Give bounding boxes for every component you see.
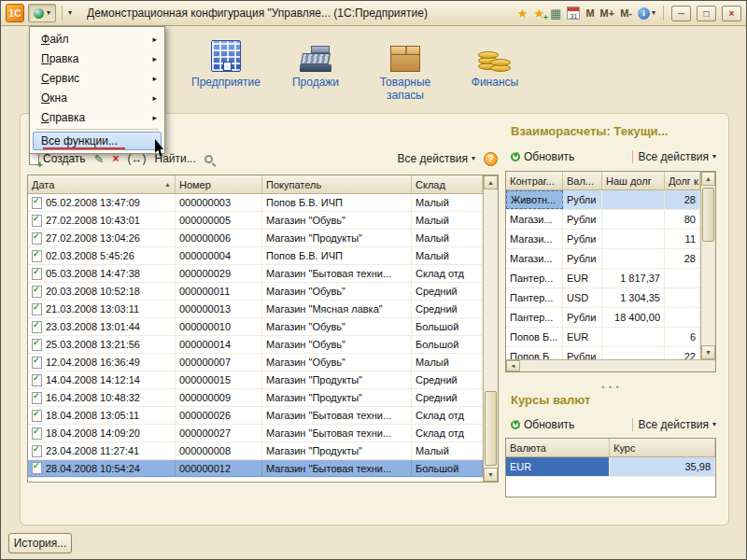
all-actions-button[interactable]: Все действия ▾ (639, 150, 716, 163)
cell-warehouse: Средний (412, 389, 483, 406)
scroll-down-button[interactable]: ▼ (484, 468, 498, 482)
shortcut-enterprise[interactable]: Предприятие (183, 35, 269, 103)
settlement-row[interactable]: Животн... Рубли 28 (506, 190, 700, 210)
settlement-row[interactable]: Попов Б... EUR 6 (506, 328, 700, 347)
document-row[interactable]: 28.04.2008 10:54:24 000000012 Магазин "Б… (28, 460, 483, 478)
document-row[interactable]: 14.04.2008 14:12:14 000000015 Магазин "П… (28, 371, 483, 389)
scroll-left-button[interactable]: ◄ (506, 360, 520, 371)
column-header-contractor[interactable]: Контраг... (506, 172, 563, 189)
shortcut-finance[interactable]: Финансы (452, 35, 538, 103)
add-favorite-icon[interactable]: ★ (533, 7, 544, 20)
clear-search-icon[interactable] (204, 155, 213, 163)
documents-table: Дата ▲ Номер Покупатель Склад 05.02.2008… (27, 175, 499, 483)
all-actions-label: Все действия (639, 150, 709, 163)
column-header-date[interactable]: Дата ▲ (28, 175, 176, 193)
history-button[interactable]: История... (8, 533, 72, 553)
refresh-button[interactable]: Обновить (511, 150, 574, 163)
document-row[interactable]: 02.03.2008 5:45:26 000000004 Попов Б.В. … (28, 247, 483, 265)
document-row[interactable]: 27.02.2008 13:04:26 000000006 Магазин "П… (28, 230, 483, 247)
scroll-down-button[interactable]: ▼ (701, 345, 715, 359)
settlement-row[interactable]: Пантер... Рубли 18 400,00 (506, 308, 700, 328)
settlement-row[interactable]: Магази... Рубли 28 (506, 249, 700, 269)
currency-row[interactable]: EUR 35,98 (506, 457, 715, 477)
scroll-thumb[interactable] (485, 391, 497, 466)
settlement-row[interactable]: Попов Б... Рубли 22 (506, 347, 700, 359)
document-row[interactable]: 05.03.2008 14:47:38 000000029 Магазин "Б… (28, 265, 483, 283)
shortcut-sales[interactable]: Продажи (273, 35, 359, 103)
column-header-currency[interactable]: Вал... (563, 172, 602, 189)
menu-item[interactable]: Правка ▸ (32, 49, 162, 68)
document-row[interactable]: 12.04.2008 16:36:49 000000007 Магазин "О… (28, 354, 483, 371)
maximize-button[interactable]: □ (697, 6, 716, 21)
splitter-grip[interactable] (505, 377, 716, 394)
memory-m-button[interactable]: M (585, 7, 594, 19)
memory-mplus-button[interactable]: M+ (600, 7, 615, 19)
column-header-debt-to[interactable]: Долг к... (665, 172, 700, 189)
currency-rates-title: Курсы валют (511, 393, 590, 407)
cell-date: 27.02.2008 10:43:01 (28, 212, 176, 229)
minimize-button[interactable]: ─ (671, 6, 691, 21)
column-header-warehouse[interactable]: Склад (412, 175, 483, 193)
refresh-button[interactable]: Обновить (511, 418, 574, 431)
memory-mminus-button[interactable]: M- (620, 7, 632, 19)
cell-date: 16.04.2008 10:48:32 (28, 389, 176, 406)
all-actions-button[interactable]: Все действия ▾ (639, 418, 716, 431)
all-actions-button[interactable]: Все действия ▾ (398, 152, 475, 165)
main-menu-button[interactable]: ▾ (28, 4, 56, 22)
refresh-icon (511, 152, 520, 161)
shortcut-inventory[interactable]: Товарные запасы (362, 35, 448, 103)
scroll-thumb[interactable] (702, 188, 714, 242)
document-row[interactable]: 23.03.2008 13:01:44 000000010 Магазин "О… (28, 318, 483, 336)
column-header-label: Дата (32, 179, 54, 190)
column-header-currency[interactable]: Валюта (506, 439, 610, 456)
settlement-row[interactable]: Магази... Рубли 11 (506, 230, 700, 249)
cell-date: 18.04.2008 13:05:11 (28, 407, 176, 424)
close-button[interactable]: × (722, 6, 741, 21)
document-row[interactable]: 05.02.2008 13:47:09 000000003 Попов Б.В.… (28, 194, 483, 212)
cell-contractor: Пантер... (506, 288, 563, 307)
menu-item[interactable]: Сервис ▸ (32, 68, 162, 88)
refresh-icon (511, 420, 520, 429)
column-header-buyer[interactable]: Покупатель (262, 175, 412, 193)
delete-icon[interactable]: × (113, 153, 120, 164)
cell-our-debt (602, 190, 665, 209)
shortcut-art (211, 35, 241, 72)
document-row[interactable]: 27.02.2008 10:43:01 000000005 Магазин "О… (28, 212, 483, 230)
scroll-up-button[interactable]: ▲ (484, 175, 498, 189)
calendar-icon[interactable]: 31 (567, 7, 580, 20)
settlement-row[interactable]: Магази... Рубли 80 (506, 210, 700, 230)
info-button[interactable]: i ▾ (638, 7, 655, 20)
table-grid-icon[interactable]: ▦ (550, 7, 561, 20)
help-icon[interactable]: ? (484, 152, 498, 166)
column-header-rate[interactable]: Курс (610, 439, 715, 456)
document-row[interactable]: 23.04.2008 11:27:41 000000008 Магазин "П… (28, 442, 483, 460)
column-header-our-debt[interactable]: Наш долг (602, 172, 665, 189)
cell-number: 000000029 (176, 265, 262, 282)
menu-item[interactable]: Файл ▸ (32, 29, 162, 49)
cell-warehouse: Малый (412, 194, 483, 211)
edit-pencil-icon[interactable]: ✎ (94, 153, 105, 165)
document-row[interactable]: 16.04.2008 10:48:32 000000009 Магазин "П… (28, 389, 483, 407)
create-button[interactable]: Создать (29, 152, 86, 165)
documents-table-header: Дата ▲ Номер Покупатель Склад (28, 175, 483, 194)
document-row[interactable]: 25.03.2008 13:21:56 000000014 Магазин "О… (28, 336, 483, 354)
favorites-star-icon[interactable]: ★ (517, 7, 529, 20)
cell-number: 000000005 (176, 212, 262, 229)
settlement-row[interactable]: Пантер... USD 1 304,35 (506, 288, 700, 308)
scroll-up-button[interactable]: ▲ (701, 172, 715, 186)
settlement-row[interactable]: Пантер... EUR 1 817,37 (506, 269, 700, 288)
document-posted-icon (32, 232, 42, 245)
cell-date: 05.03.2008 14:47:38 (28, 265, 176, 282)
document-row[interactable]: 21.03.2008 13:03:11 000000013 Магазин "М… (28, 301, 483, 318)
menu-item[interactable]: Справка ▸ (32, 107, 162, 127)
menu-item-label: Правка (41, 52, 79, 65)
document-row[interactable]: 20.03.2008 10:52:18 000000011 Магазин "О… (28, 283, 483, 301)
set-period-button[interactable]: (↔) (128, 152, 147, 165)
menu-item-all-functions[interactable]: Все функции... (33, 132, 162, 150)
document-row[interactable]: 18.04.2008 14:09:20 000000027 Магазин "Б… (28, 425, 483, 442)
column-header-number[interactable]: Номер (176, 175, 262, 193)
toolbar-overflow-icon[interactable]: ▾ (68, 9, 72, 17)
document-row[interactable]: 18.04.2008 13:05:11 000000026 Магазин "Б… (28, 407, 483, 425)
cell-number: 000000007 (176, 354, 262, 371)
menu-item[interactable]: Окна ▸ (32, 88, 162, 107)
